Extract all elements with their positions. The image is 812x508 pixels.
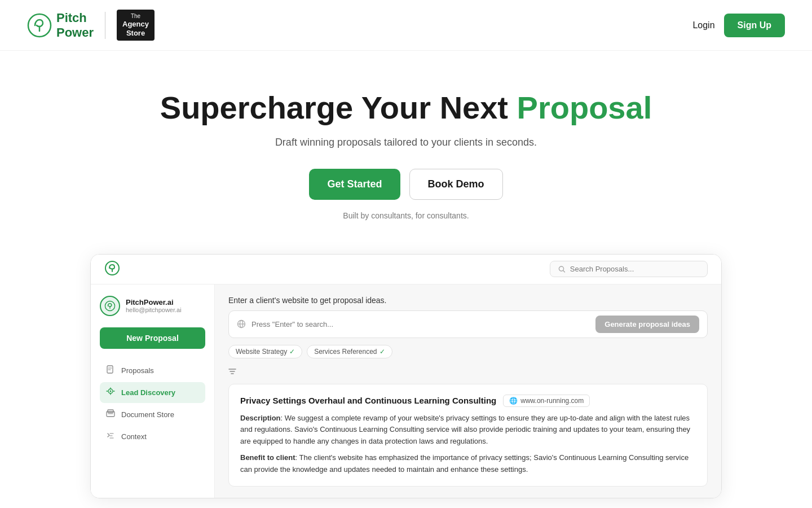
result-card-header: Privacy Settings Overhaul and Continuous…	[240, 395, 696, 407]
tag-website-strategy-label: Website Strategy	[236, 348, 287, 356]
svg-point-3	[105, 301, 114, 310]
new-proposal-button[interactable]: New Proposal	[100, 327, 205, 349]
benefit-label: Benefit to client	[240, 453, 295, 462]
sidebar-user-email: hello@pitchpower.ai	[126, 306, 182, 313]
nav-item-document-store-label: Document Store	[121, 410, 174, 419]
proposals-icon	[105, 365, 116, 376]
tag-services-referenced[interactable]: Services Referenced ✓	[307, 345, 392, 358]
search-icon	[558, 265, 566, 273]
website-input-row[interactable]: Generate proposal ideas	[228, 310, 708, 338]
app-main: Enter a client's website to get proposal…	[215, 284, 721, 498]
app-logo-icon	[104, 260, 120, 276]
sidebar-profile: PitchPower.ai hello@pitchpower.ai	[100, 296, 205, 316]
website-input[interactable]	[251, 320, 590, 329]
pitchpower-logo: PitchPower	[27, 11, 94, 40]
logo-divider	[105, 12, 105, 39]
tag-website-strategy[interactable]: Website Strategy ✓	[228, 345, 302, 358]
tag-services-referenced-check: ✓	[379, 348, 385, 356]
app-body: PitchPower.ai hello@pitchpower.ai New Pr…	[91, 284, 721, 498]
nav-item-proposals-label: Proposals	[121, 366, 154, 375]
pitchpower-icon	[27, 13, 52, 38]
navbar-actions: Login Sign Up	[692, 14, 785, 37]
svg-point-6	[110, 390, 112, 392]
nav-item-lead-discovery[interactable]: Lead Discovery	[100, 382, 205, 403]
hero-headline-part1: Supercharge Your Next	[160, 90, 517, 125]
sidebar-user-info: PitchPower.ai hello@pitchpower.ai	[126, 298, 182, 313]
signup-button[interactable]: Sign Up	[724, 14, 785, 37]
result-card-url[interactable]: 🌐 www.on-running.com	[503, 395, 590, 407]
app-preview-wrapper: PitchPower.ai hello@pitchpower.ai New Pr…	[79, 254, 733, 508]
website-input-label: Enter a client's website to get proposal…	[228, 296, 708, 305]
tag-services-referenced-label: Services Referenced	[314, 348, 377, 356]
result-card: Privacy Settings Overhaul and Continuous…	[228, 384, 708, 487]
description-text: : We suggest a complete revamp of your w…	[240, 414, 690, 446]
hero-subtitle: Draft winning proposals tailored to your…	[11, 137, 801, 148]
agency-store-agency: Agency	[122, 20, 149, 29]
nav-item-proposals[interactable]: Proposals	[100, 360, 205, 381]
search-bar[interactable]	[550, 261, 708, 277]
nav-item-context-label: Context	[121, 432, 147, 441]
app-sidebar: PitchPower.ai hello@pitchpower.ai New Pr…	[91, 284, 215, 498]
lead-discovery-icon	[105, 387, 116, 398]
agency-store-badge: The Agency Store	[117, 10, 155, 41]
filter-icon[interactable]	[228, 367, 708, 377]
book-demo-button[interactable]: Book Demo	[409, 169, 503, 200]
agency-store-store: Store	[126, 29, 145, 38]
nav-item-lead-discovery-label: Lead Discovery	[121, 388, 175, 397]
description-label: Description	[240, 414, 281, 422]
benefit-section: Benefit to client: The client's website …	[240, 452, 696, 476]
hero-section: Supercharge Your Next Proposal Draft win…	[0, 51, 812, 254]
nav-item-context[interactable]: Context	[100, 426, 205, 447]
sidebar-user-name: PitchPower.ai	[126, 298, 182, 306]
globe-icon	[237, 319, 246, 329]
navbar: PitchPower The Agency Store Login Sign U…	[0, 0, 812, 51]
hero-headline-accent: Proposal	[517, 90, 652, 125]
hero-headline: Supercharge Your Next Proposal	[11, 90, 801, 125]
get-started-button[interactable]: Get Started	[309, 169, 400, 200]
result-card-body: Description: We suggest a complete revam…	[240, 413, 696, 476]
benefit-text: : The client's website has emphasized th…	[240, 453, 689, 474]
app-topbar	[91, 255, 721, 284]
sidebar-avatar	[100, 296, 120, 316]
svg-point-1	[105, 261, 119, 275]
hero-tagline: Built by consultants, for consultants.	[11, 211, 801, 220]
document-store-icon	[105, 409, 116, 420]
hero-buttons: Get Started Book Demo	[11, 169, 801, 200]
context-icon	[105, 431, 116, 442]
url-globe-icon: 🌐	[509, 397, 518, 405]
generate-button[interactable]: Generate proposal ideas	[595, 316, 699, 333]
app-logo	[104, 260, 120, 278]
result-card-url-text: www.on-running.com	[520, 397, 584, 405]
svg-point-0	[28, 14, 51, 37]
nav-item-document-store[interactable]: Document Store	[100, 404, 205, 425]
sidebar-nav: Proposals Lead Discovery Document Store	[100, 360, 205, 447]
avatar-icon	[104, 300, 116, 312]
pitchpower-text: PitchPower	[56, 11, 94, 40]
agency-store-the: The	[131, 13, 140, 20]
search-input[interactable]	[570, 265, 699, 273]
result-card-title: Privacy Settings Overhaul and Continuous…	[240, 396, 496, 405]
tag-row: Website Strategy ✓ Services Referenced ✓	[228, 345, 708, 358]
tag-website-strategy-check: ✓	[289, 348, 295, 356]
login-button[interactable]: Login	[692, 20, 714, 30]
navbar-logo: PitchPower The Agency Store	[27, 10, 155, 41]
app-preview: PitchPower.ai hello@pitchpower.ai New Pr…	[90, 254, 722, 498]
